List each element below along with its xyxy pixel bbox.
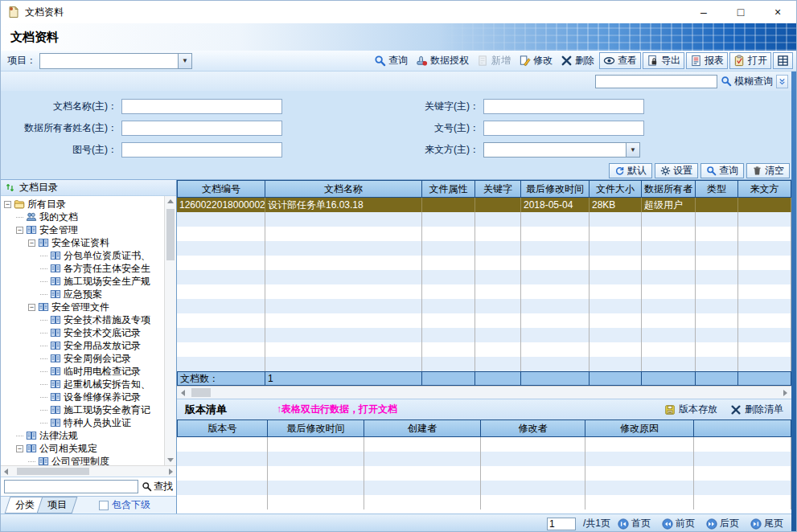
maximize-button[interactable]: □: [722, 1, 759, 23]
tree-expander-icon[interactable]: −: [4, 201, 11, 208]
page-number-input[interactable]: [547, 518, 576, 530]
tree-expander-icon[interactable]: −: [28, 304, 35, 311]
chevron-down-icon[interactable]: ▼: [626, 143, 639, 157]
table-row[interactable]: [177, 227, 791, 241]
tree-item[interactable]: 各方责任主体安全生: [1, 262, 164, 275]
table-row[interactable]: [177, 313, 791, 328]
table-row[interactable]: [177, 212, 791, 227]
refresh-tree-icon[interactable]: [5, 182, 15, 193]
fuzzy-search-input[interactable]: [595, 75, 717, 88]
column-header[interactable]: 创建者: [364, 419, 481, 437]
keyword-input[interactable]: [483, 99, 644, 114]
column-header[interactable]: 修改者: [481, 419, 585, 437]
column-header[interactable]: 文件大小: [590, 180, 642, 198]
filter-clear-button[interactable]: 清空: [746, 163, 790, 178]
tree-find-button[interactable]: 查找: [142, 480, 173, 493]
column-header[interactable]: 来文方: [738, 180, 791, 198]
column-header[interactable]: 文档编号: [177, 180, 265, 198]
tree-expander-icon[interactable]: −: [28, 239, 35, 247]
version-delete-list-button[interactable]: 删除清单: [730, 403, 783, 416]
column-header[interactable]: 修改原因: [585, 419, 694, 437]
table-horizontal-scrollbar[interactable]: [177, 386, 791, 399]
column-header[interactable]: 版本号: [177, 419, 268, 437]
toolbar-data-auth-button[interactable]: 数据授权: [413, 52, 472, 69]
project-select[interactable]: ▼: [39, 53, 192, 69]
tree-item[interactable]: 法律法规: [1, 429, 164, 442]
tree-item[interactable]: 我的文档: [1, 211, 164, 223]
table-row[interactable]: [177, 241, 791, 256]
tree-item[interactable]: 特种人员执业证: [1, 416, 164, 429]
chevron-down-icon[interactable]: ▼: [178, 54, 191, 68]
table-row[interactable]: [177, 256, 791, 270]
toolbar-view-button[interactable]: 查看: [599, 52, 641, 69]
tree-item[interactable]: −安全保证资料: [1, 236, 164, 249]
minimize-button[interactable]: –: [685, 1, 722, 23]
tree-item[interactable]: 施工现场安全生产规: [1, 275, 164, 288]
drawing-no-input[interactable]: [121, 142, 282, 158]
tree-expander-icon[interactable]: −: [16, 227, 23, 234]
page-last-button[interactable]: 尾页: [750, 517, 783, 530]
close-button[interactable]: ×: [759, 1, 796, 23]
table-row[interactable]: [177, 495, 791, 509]
tree-item[interactable]: 安全周例会记录: [1, 352, 164, 365]
version-version-store-button[interactable]: 版本存放: [664, 403, 717, 416]
tree-item[interactable]: 起重机械安拆告知、: [1, 378, 164, 391]
table-row[interactable]: 1260022018000002设计部任务单16.03.182018-05-04…: [177, 198, 791, 212]
fuzzy-search-button[interactable]: 模糊查询: [721, 75, 773, 88]
table-row[interactable]: [177, 466, 791, 481]
scroll-up-icon[interactable]: [167, 199, 174, 203]
column-header[interactable]: 文件属性: [422, 180, 475, 198]
scroll-left-icon[interactable]: [4, 469, 8, 475]
tree-find-input[interactable]: [4, 480, 138, 493]
tree-item[interactable]: 应急预案: [1, 288, 164, 301]
include-sub-option[interactable]: 包含下级: [99, 498, 150, 512]
column-header[interactable]: 文档名称: [265, 180, 422, 198]
toolbar-open-button[interactable]: 打开: [729, 52, 771, 69]
tree-item[interactable]: −安全管理文件: [1, 301, 164, 313]
scroll-left-icon[interactable]: [181, 390, 185, 396]
page-first-button[interactable]: 首页: [618, 517, 651, 530]
tree-item[interactable]: 施工现场安全教育记: [1, 403, 164, 416]
doc-number-input[interactable]: [483, 121, 644, 136]
tree-item[interactable]: −公司相关规定: [1, 442, 164, 455]
tree-expander-icon[interactable]: −: [16, 445, 23, 452]
doc-name-input[interactable]: [121, 99, 282, 114]
table-row[interactable]: [177, 357, 791, 371]
column-header[interactable]: 类型: [696, 180, 738, 198]
scroll-right-icon[interactable]: [169, 469, 173, 475]
tree-item[interactable]: 安全技术措施及专项: [1, 313, 164, 326]
table-row[interactable]: [177, 452, 791, 466]
toolbar-modify-button[interactable]: 修改: [516, 52, 556, 69]
page-next-button[interactable]: 后页: [706, 517, 739, 530]
scroll-right-icon[interactable]: [783, 390, 787, 396]
table-row[interactable]: [177, 284, 791, 299]
filter-settings-button[interactable]: 设置: [655, 163, 698, 178]
filter-query-button[interactable]: 查询: [700, 163, 744, 178]
tree-item[interactable]: 安全用品发放记录: [1, 339, 164, 352]
scrollbar-thumb[interactable]: [191, 388, 211, 397]
table-row[interactable]: [177, 342, 791, 357]
column-header[interactable]: 关键字: [475, 180, 521, 198]
column-header[interactable]: 数据所有者: [642, 180, 696, 198]
toolbar-grid-view-button[interactable]: [773, 52, 793, 69]
table-row[interactable]: [177, 299, 791, 313]
double-chevron-down-icon[interactable]: [776, 75, 788, 88]
tree-item[interactable]: −所有目录: [1, 198, 164, 211]
table-row[interactable]: [177, 270, 791, 284]
toolbar-query-button[interactable]: 查询: [371, 52, 411, 69]
tree-item[interactable]: 临时用电检查记录: [1, 365, 164, 378]
tree-vertical-scrollbar[interactable]: [164, 196, 176, 465]
source-party-select[interactable]: ▼: [483, 142, 640, 158]
column-header[interactable]: [694, 419, 791, 437]
filter-default-button[interactable]: 默认: [609, 163, 652, 178]
toolbar-delete-button[interactable]: 删除: [557, 52, 598, 69]
tree-horizontal-scrollbar[interactable]: [1, 465, 176, 477]
table-row[interactable]: [177, 437, 791, 452]
scroll-down-icon[interactable]: [167, 458, 174, 462]
tree-item[interactable]: 设备维修保养记录: [1, 391, 164, 403]
toolbar-export-button[interactable]: 导出: [643, 52, 684, 69]
tree-item[interactable]: 安全技术交底记录: [1, 326, 164, 339]
scrollbar-thumb[interactable]: [17, 468, 89, 475]
table-row[interactable]: [177, 481, 791, 495]
include-sub-checkbox[interactable]: [99, 501, 109, 510]
